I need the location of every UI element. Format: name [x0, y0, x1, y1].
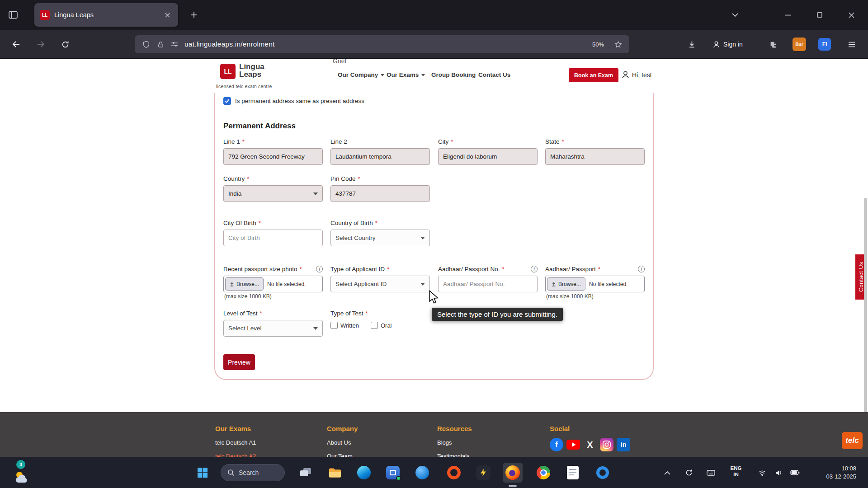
info-icon[interactable]: i [316, 266, 323, 272]
info-icon[interactable]: i [638, 266, 645, 272]
id-number-input[interactable] [438, 276, 538, 292]
windows-logo-icon [197, 467, 208, 478]
tracking-protection-button[interactable] [138, 37, 154, 52]
tray-update-button[interactable] [683, 466, 695, 479]
field-country-of-birth: Country of Birth* Select Country [330, 219, 430, 246]
teams-app-button[interactable] [383, 463, 403, 483]
footer-link-telc-deutsch-a1[interactable]: telc Deutsch A1 [215, 439, 256, 446]
info-icon[interactable]: i [531, 266, 538, 272]
city-input [438, 148, 538, 165]
nav-our-exams[interactable]: Our Exams [387, 71, 425, 78]
linkedin-icon[interactable]: in [617, 438, 630, 451]
weather-widget[interactable]: 3 [10, 460, 39, 486]
reload-button[interactable] [57, 36, 73, 52]
app-ring-button[interactable] [593, 463, 613, 483]
browser-orange-icon [447, 466, 461, 479]
notepad-button[interactable] [563, 463, 583, 483]
zoom-level-button[interactable]: 50% [592, 41, 604, 48]
browse-button[interactable]: Browse... [547, 277, 585, 291]
clock-date: 03-12-2025 [826, 473, 857, 481]
language-indicator[interactable]: ENG IN [726, 465, 746, 478]
tab-close-button[interactable] [162, 9, 173, 20]
same-address-checkbox[interactable] [223, 97, 231, 105]
footer-link-about-us[interactable]: About Us [327, 439, 358, 446]
footer-link-our-team[interactable]: Our Team [327, 453, 358, 457]
facebook-icon[interactable]: f [550, 438, 563, 451]
nav-group-booking[interactable]: Group Booking [431, 71, 476, 78]
preview-button[interactable]: Preview [223, 354, 255, 370]
speaker-icon [775, 469, 783, 476]
user-greeting[interactable]: Hi, test [632, 71, 652, 79]
reload-icon [61, 41, 69, 48]
chrome-button[interactable] [533, 463, 553, 483]
site-logo[interactable]: LL [220, 64, 236, 79]
browse-button[interactable]: Browse... [225, 277, 264, 291]
tray-battery-button[interactable] [788, 466, 801, 479]
downloads-button[interactable] [684, 36, 700, 52]
task-view-button[interactable] [296, 463, 316, 483]
nav-our-company[interactable]: Our Company [338, 71, 384, 78]
site-permissions-button[interactable] [167, 37, 182, 52]
window-minimize-button[interactable] [778, 5, 798, 24]
window-close-button[interactable] [841, 5, 862, 24]
extension-bur-icon[interactable]: Bur [793, 38, 806, 51]
line2-input [330, 148, 430, 165]
extensions-button[interactable] [765, 36, 781, 52]
chevron-down-icon [421, 74, 425, 76]
extension-fi-icon[interactable]: FI [818, 38, 831, 51]
taskbar-search[interactable]: Search [221, 464, 285, 481]
window-maximize-button[interactable] [809, 5, 830, 24]
edge-browser-button[interactable] [354, 463, 374, 483]
telc-logo[interactable]: telc [842, 432, 863, 449]
footer-link-blogs[interactable]: Blogs [437, 439, 472, 446]
footer-link-telc-deutsch-a2[interactable]: telc Deutsch A2 [215, 453, 256, 457]
file-explorer-button[interactable] [325, 463, 345, 483]
tray-show-hidden-button[interactable] [661, 466, 674, 479]
nav-contact-us[interactable]: Contact Us [478, 71, 510, 78]
tray-volume-button[interactable] [772, 466, 785, 479]
taskbar-clock[interactable]: 10:08 03-12-2025 [826, 465, 857, 481]
level-select[interactable]: Select Level [223, 320, 323, 337]
windows-taskbar: 3 Search [0, 457, 868, 488]
footer-link-testimonials[interactable]: Testimonials [437, 453, 472, 457]
tab-title: Lingua Leaps [54, 11, 162, 19]
footer-heading: Our Exams [215, 425, 256, 432]
list-all-tabs-button[interactable] [727, 7, 743, 23]
browser-orange-button[interactable] [444, 463, 464, 483]
country-of-birth-select[interactable]: Select Country [330, 230, 430, 246]
url-bar[interactable]: uat.lingualeaps.in/enrolment 50% [135, 35, 629, 53]
city-of-birth-input[interactable] [223, 230, 323, 246]
hamburger-icon [848, 42, 855, 47]
app-ring-icon [596, 466, 609, 479]
bookmark-star-button[interactable] [610, 37, 626, 52]
menu-button[interactable] [844, 36, 860, 52]
url-text: uat.lingualeaps.in/enrolment [184, 40, 274, 48]
back-button[interactable] [8, 36, 24, 52]
book-an-exam-button[interactable]: Book an Exam [569, 68, 618, 82]
applicant-id-select[interactable]: Select Applicant ID [330, 276, 430, 292]
field-id-file: Aadhaar/ Passport*i Browse... No file se… [545, 265, 645, 292]
photo-file-input[interactable]: Browse... No file selected. [223, 276, 323, 292]
youtube-icon[interactable] [566, 438, 580, 451]
instagram-icon[interactable] [600, 438, 613, 451]
tray-wifi-button[interactable] [756, 466, 769, 479]
account-sign-in-button[interactable]: Sign in [708, 36, 747, 52]
id-type-tooltip: Select the type of ID you are submitting… [432, 308, 563, 321]
new-tab-button[interactable] [186, 7, 202, 23]
browser-tab-lingua-leaps[interactable]: LL Lingua Leaps [34, 3, 178, 27]
field-passport-photo: Recent passport size photo*i Browse... N… [223, 265, 323, 292]
x-icon[interactable]: X [583, 438, 597, 451]
sync-icon [685, 469, 693, 476]
tray-keyboard-button[interactable] [704, 466, 717, 479]
app-blue-button[interactable] [412, 463, 432, 483]
forward-button[interactable] [33, 36, 49, 52]
start-button[interactable] [193, 463, 212, 483]
oral-checkbox[interactable] [371, 322, 378, 329]
written-checkbox[interactable] [330, 322, 338, 329]
user-avatar-icon[interactable] [621, 70, 630, 79]
site-security-button[interactable] [154, 37, 167, 52]
id-file-input[interactable]: Browse... No file selected. [545, 276, 645, 292]
lightning-app-button[interactable] [473, 463, 493, 483]
firefox-view-button[interactable] [5, 6, 22, 23]
firefox-button[interactable] [503, 463, 523, 483]
